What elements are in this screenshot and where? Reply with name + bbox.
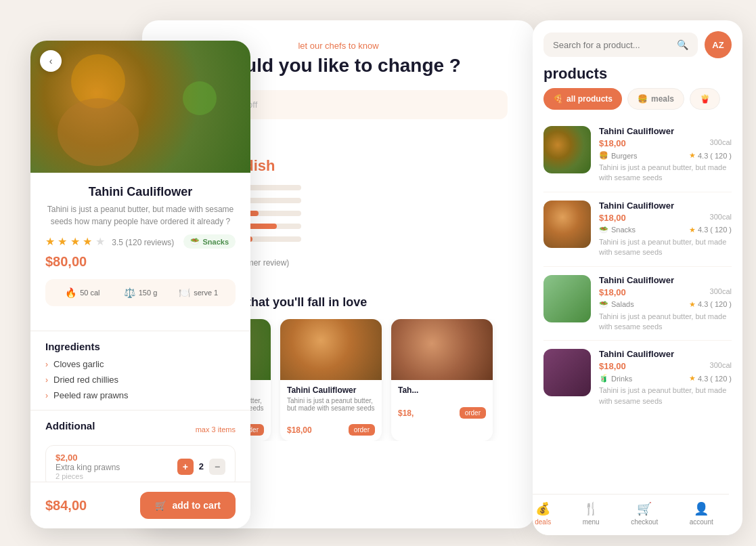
dish-card-price-1: $18,00 (287, 425, 312, 435)
product-list-cal-2: 300cal (710, 287, 732, 297)
nav-menu[interactable]: 🍴 menu (583, 501, 600, 526)
nav-checkout[interactable]: 🛒 checkout (631, 501, 658, 526)
scale-icon: ⚖️ (124, 287, 135, 298)
nav-deals[interactable]: 💰 deals (535, 501, 551, 526)
product-body-1: Tahini Cauliflower $18,00 300cal 🥗 Snack… (599, 201, 732, 258)
dish-order-btn-2[interactable]: order (460, 407, 486, 419)
rating-val-0: 4.3 (698, 152, 708, 160)
product-meta-3: 🧃 Drinks ★ 4.3 (120) (599, 374, 732, 383)
nav-account[interactable]: 👤 account (690, 501, 713, 526)
product-list-item-3: Tahini Cauliflower $18,00 300cal 🧃 Drink… (543, 341, 732, 415)
additional-info-0: $2,00 Extra king prawns 2 pieces (55, 453, 120, 480)
star-3: ★ (70, 236, 80, 247)
star-1: ★ (45, 236, 55, 247)
dish-card-2: Tah... $18, order (391, 319, 493, 441)
products-list: Tahini Cauliflower $18,00 300cal 🍔 Burge… (533, 118, 742, 528)
dish-card-price-2: $18, (398, 408, 414, 418)
category-name-0: Burgers (611, 152, 638, 160)
search-icon: 🔍 (677, 39, 688, 50)
star-5: ★ (95, 236, 105, 247)
qty-number-0: 2 (199, 461, 204, 471)
category-icon-0: 🍔 (599, 151, 608, 160)
product-price-cal-1: $18,00 300cal (599, 213, 732, 223)
food-decor-3 (58, 98, 139, 166)
product-body-0: Tahini Cauliflower $18,00 300cal 🍔 Burge… (599, 126, 732, 184)
category-name-2: Salads (611, 300, 634, 308)
tab-meals-icon: 🍔 (638, 94, 648, 104)
product-list-price-1: $18,00 (599, 213, 626, 223)
ingredient-1: › Dried red chillies (45, 375, 236, 385)
dish-card-body-2: Tah... (391, 380, 493, 404)
card-footer: $84,00 🛒 add to cart (30, 482, 250, 528)
add-to-cart-button[interactable]: 🛒 add to cart (140, 492, 236, 519)
ingredients-title: Ingredients (45, 341, 236, 352)
tab-all-icon: 🍕 (553, 94, 563, 104)
back-button[interactable]: ‹ (40, 50, 62, 72)
menu-icon: 🍴 (583, 501, 598, 516)
weight-value: 150 g (139, 289, 158, 297)
checkout-icon: 🛒 (637, 501, 652, 516)
rating-text: 3.5 (120 reviews) (112, 238, 174, 247)
additional-header: Additional max 3 items (45, 420, 236, 438)
star-icon-0: ★ (689, 151, 696, 160)
qty-remove-button-0[interactable]: − (209, 459, 225, 475)
dish-order-btn-1[interactable]: order (349, 424, 375, 436)
product-rating-1: ★ 4.3 (120) (689, 226, 732, 234)
product-list-name-2: Tahini Cauliflower (599, 275, 732, 285)
product-category-0: 🍔 Burgers (599, 151, 638, 160)
section-title: products (533, 65, 742, 88)
additional-item-row-0: $2,00 Extra king prawns 2 pieces + 2 − (55, 453, 225, 480)
product-card: ‹ Tahini Cauliflower Tahini is just a pe… (30, 41, 250, 528)
user-avatar[interactable]: AZ (705, 31, 732, 58)
dish-card-footer-1: $18,00 order (280, 421, 382, 441)
product-desc-1: Tahini is just a peanut butter, but made… (599, 237, 732, 258)
dish-card-body-1: Tahini Cauliflower Tahini is just a pean… (280, 380, 382, 421)
product-desc-3: Tahini is just a peanut butter, but made… (599, 385, 732, 406)
dish-card-img-2 (391, 319, 493, 380)
plate-icon: 🍽️ (179, 287, 190, 298)
account-label: account (690, 518, 713, 526)
product-price-cal-3: $18,00 300cal (599, 361, 732, 371)
add-to-cart-label: add to cart (172, 500, 221, 511)
qty-add-button-0[interactable]: + (177, 459, 194, 475)
ingredients-section: Ingredients › Cloves garlic › Dried red … (30, 341, 250, 400)
dish-card-footer-2: $18, order (391, 404, 493, 424)
product-list-price-0: $18,00 (599, 138, 626, 148)
product-image-2 (543, 275, 591, 322)
category-icon-2: 🥗 (599, 300, 608, 309)
search-bar[interactable]: 🔍 (543, 33, 698, 57)
product-list-name-3: Tahini Cauliflower (599, 349, 732, 359)
rating-val-3: 4.3 (698, 375, 708, 383)
fire-icon: 🔥 (65, 287, 76, 298)
tab-snacks[interactable]: 🍟 (690, 88, 720, 110)
category-badge: 🥗 Snacks (183, 234, 236, 249)
product-body-2: Tahini Cauliflower $18,00 300cal 🥗 Salad… (599, 275, 732, 333)
category-tabs: 🍕 all products 🍔 meals 🍟 (533, 88, 742, 118)
search-input[interactable] (553, 40, 671, 50)
product-list-name-0: Tahini Cauliflower (599, 126, 732, 136)
tab-all-products[interactable]: 🍕 all products (543, 88, 622, 110)
additional-price-0: $2,00 (55, 453, 120, 463)
category-icon-1: 🥗 (599, 226, 608, 234)
category-name-1: Snacks (611, 226, 636, 234)
tab-meals[interactable]: 🍔 meals (627, 88, 684, 110)
dish-card-img-1 (280, 319, 382, 380)
product-price-cal-0: $18,00 300cal (599, 138, 732, 148)
right-header: 🔍 AZ (533, 20, 742, 65)
star-4: ★ (83, 236, 92, 247)
product-info: Tahini Cauliflower Tahini is just a pean… (30, 173, 250, 331)
account-icon: 👤 (694, 501, 709, 516)
product-body-3: Tahini Cauliflower $18,00 300cal 🧃 Drink… (599, 349, 732, 406)
product-category-3: 🧃 Drinks (599, 374, 632, 383)
stars-container: ★ ★ ★ ★ ★ 3.5 (120 reviews) (45, 235, 174, 248)
product-list-cal-0: 300cal (710, 138, 732, 148)
nutrition-cal: 🔥 50 cal (56, 287, 109, 298)
nutrition-weight: ⚖️ 150 g (114, 287, 167, 298)
product-list-item-1: Tahini Cauliflower $18,00 300cal 🥗 Snack… (543, 192, 732, 267)
product-hero-image: ‹ (30, 41, 250, 173)
product-desc-0: Tahini is just a peanut butter, but made… (599, 163, 732, 184)
food-decor-2 (183, 81, 217, 115)
product-category-1: 🥗 Snacks (599, 226, 636, 234)
product-image-3 (543, 349, 591, 396)
product-desc: Tahini is just a peanut butter, but made… (45, 203, 236, 228)
